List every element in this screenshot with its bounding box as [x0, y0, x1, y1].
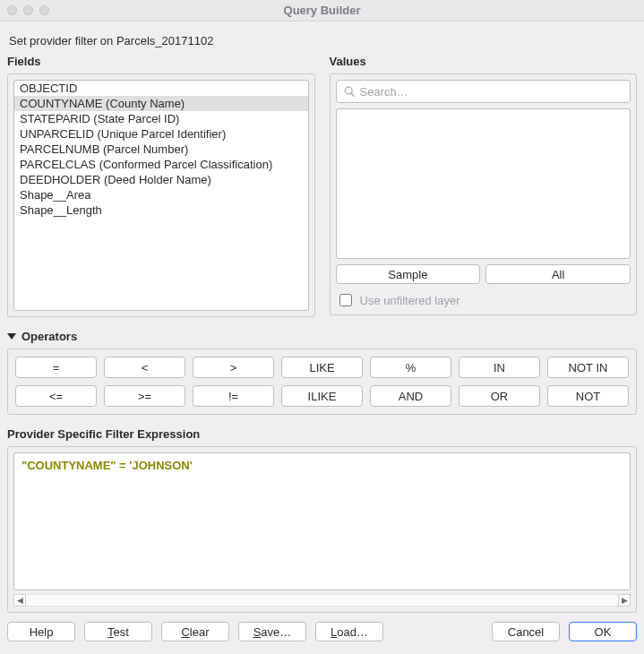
window-title: Query Builder: [0, 4, 644, 17]
operator-button[interactable]: >=: [104, 385, 185, 407]
expression-hscroll[interactable]: ◀ ▶: [13, 594, 631, 607]
ok-button[interactable]: OK: [569, 622, 637, 641]
operator-button[interactable]: LIKE: [281, 357, 363, 378]
fields-panel: OBJECTIDCOUNTYNAME (County Name)STATEPAR…: [7, 73, 315, 317]
fields-list-item[interactable]: COUNTYNAME (County Name): [14, 96, 308, 111]
fields-label: Fields: [7, 55, 315, 73]
test-button[interactable]: Test: [84, 622, 152, 641]
operator-button[interactable]: ILIKE: [281, 385, 363, 407]
values-label: Values: [330, 55, 638, 73]
load-button[interactable]: Load…: [315, 622, 383, 641]
operators-toggle[interactable]: Operators: [7, 328, 637, 349]
use-unfiltered-checkbox[interactable]: Use unfiltered layer: [336, 291, 460, 309]
fields-list-item[interactable]: UNPARCELID (Unique Parcel Identifier): [14, 126, 308, 142]
operator-button[interactable]: <: [104, 357, 185, 378]
cancel-button[interactable]: Cancel: [492, 622, 560, 641]
expression-editor[interactable]: "COUNTYNAME" = 'JOHNSON': [13, 452, 631, 590]
values-list[interactable]: [336, 108, 631, 259]
fields-list-item[interactable]: OBJECTID: [14, 81, 308, 96]
help-button[interactable]: Help: [7, 622, 75, 641]
operator-button[interactable]: NOT IN: [547, 357, 629, 378]
fields-list-item[interactable]: PARCELNUMB (Parcel Number): [14, 142, 308, 157]
operator-button[interactable]: !=: [193, 385, 274, 407]
operator-button[interactable]: >: [193, 357, 274, 378]
titlebar: Query Builder: [0, 0, 644, 22]
operator-button[interactable]: =: [15, 357, 97, 378]
fields-list-item[interactable]: Shape__Length: [14, 202, 308, 218]
close-window-button[interactable]: [7, 5, 17, 15]
operators-label: Operators: [21, 330, 77, 343]
clear-button[interactable]: Clear: [161, 622, 229, 641]
use-unfiltered-checkbox-input[interactable]: [339, 294, 352, 306]
save-button[interactable]: Save…: [238, 622, 306, 641]
operator-button[interactable]: AND: [370, 385, 451, 407]
scroll-right-icon[interactable]: ▶: [618, 594, 631, 607]
operator-button[interactable]: NOT: [547, 385, 629, 407]
operators-row-1: =<>LIKE%INNOT IN: [15, 357, 629, 378]
operator-button[interactable]: IN: [459, 357, 540, 378]
fields-list-item[interactable]: STATEPARID (State Parcel ID): [14, 111, 308, 126]
operator-button[interactable]: OR: [459, 385, 540, 407]
window-controls: [0, 5, 49, 15]
footer: Help Test Clear Save… Load… Cancel OK: [7, 622, 637, 641]
fields-list-item[interactable]: PARCELCLAS (Conformed Parcel Classificat…: [14, 157, 308, 172]
fields-list-item[interactable]: DEEDHOLDER (Deed Holder Name): [14, 172, 308, 187]
values-search-input[interactable]: [336, 80, 631, 103]
expression-label: Provider Specific Filter Expression: [7, 427, 637, 441]
operator-button[interactable]: <=: [15, 385, 97, 407]
search-icon: [343, 85, 356, 98]
subtitle-text: Set provider filter on Parcels_20171102: [7, 29, 637, 55]
use-unfiltered-label: Use unfiltered layer: [360, 294, 460, 307]
scroll-left-icon[interactable]: ◀: [13, 594, 26, 607]
operators-row-2: <=>=!=ILIKEANDORNOT: [15, 385, 629, 407]
scroll-track[interactable]: [26, 594, 618, 607]
chevron-down-icon: [7, 333, 16, 340]
minimize-window-button[interactable]: [23, 5, 33, 15]
svg-line-1: [351, 93, 354, 96]
all-button[interactable]: All: [485, 264, 631, 284]
sample-button[interactable]: Sample: [336, 264, 481, 284]
operator-button[interactable]: %: [370, 357, 451, 378]
fields-list-item[interactable]: Shape__Area: [14, 187, 308, 202]
fields-list[interactable]: OBJECTIDCOUNTYNAME (County Name)STATEPAR…: [13, 80, 309, 311]
zoom-window-button[interactable]: [39, 5, 49, 15]
expression-panel: "COUNTYNAME" = 'JOHNSON' ◀ ▶: [7, 446, 637, 613]
operators-panel: =<>LIKE%INNOT IN <=>=!=ILIKEANDORNOT: [7, 349, 637, 415]
values-panel: Sample All Use unfiltered layer: [330, 73, 638, 315]
